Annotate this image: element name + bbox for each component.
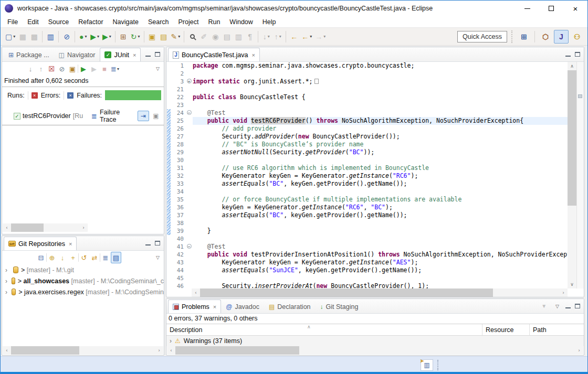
show-skipped-only-button[interactable]: ⊘ <box>57 63 67 74</box>
search-button[interactable] <box>186 30 198 43</box>
view-menu-icon[interactable]: ▽ <box>154 66 162 71</box>
problems-hscrollbar[interactable]: ‹ › <box>167 346 583 355</box>
code-line[interactable]: 46 Security.insertProviderAt(new BouncyC… <box>167 282 568 288</box>
close-tab-icon[interactable]: × <box>69 241 72 247</box>
scrollbar-thumb[interactable] <box>11 223 44 232</box>
code-line[interactable]: 43 KeyGenerator keyGen = KeyGenerator.ge… <box>167 259 568 266</box>
code-line[interactable]: 41− @Test <box>167 243 568 251</box>
next-annotation-button[interactable]: ↓▾ <box>260 30 272 43</box>
tab-javadoc[interactable]: @Javadoc <box>221 300 264 313</box>
save-all-button[interactable]: ▩ <box>28 30 40 43</box>
menu-edit[interactable]: Edit <box>23 17 44 27</box>
debug-button[interactable]: ●▾ <box>77 30 89 43</box>
code-line[interactable]: 23 <box>167 101 568 109</box>
skip-breakpoints-button[interactable]: ⊘ <box>61 30 72 43</box>
perspective-debug-button[interactable]: ⚇ <box>570 30 584 44</box>
git-hscrollbar[interactable]: ‹ › <box>3 346 163 355</box>
tab-bouncycastletest-java[interactable]: BouncyCastleTest.java × <box>168 48 260 61</box>
scroll-left-arrow[interactable]: ‹ <box>3 223 11 232</box>
editor-hscrollbar[interactable]: ‹ › <box>192 288 568 297</box>
close-window-button[interactable]: × <box>563 1 587 16</box>
scroll-left-arrow[interactable]: ‹ <box>192 288 200 297</box>
code-line[interactable]: 39 } <box>167 227 568 235</box>
scroll-left-arrow[interactable]: ‹ <box>167 346 175 355</box>
stop-test-button[interactable]: ■ <box>99 63 110 74</box>
code-line[interactable]: 37 assertEquals("BC", keyGen.getProvider… <box>167 211 568 219</box>
next-failed-test-button[interactable]: ↓ <box>25 63 36 74</box>
maximize-view-button[interactable] <box>575 304 580 308</box>
code-line[interactable]: 35 // or force BouncyCastle if multiple … <box>167 196 568 204</box>
create-repository-button[interactable]: + <box>68 252 78 263</box>
open-type-button[interactable]: ▣ <box>146 30 158 43</box>
git-repository-row[interactable]: ›> [master] - M:\.git <box>2 264 164 275</box>
tab-navigator[interactable]: ◫Navigator <box>54 48 100 61</box>
add-repository-button[interactable]: ⊕ <box>47 252 57 263</box>
menu-source[interactable]: Source <box>44 17 74 27</box>
reload-button[interactable]: ↺ <box>79 252 89 263</box>
open-resource-button[interactable]: ▤ <box>158 30 170 43</box>
perspective-java-button[interactable]: J <box>554 30 569 44</box>
tab-git-staging[interactable]: ↓Git Staging <box>316 300 363 313</box>
code-line[interactable]: 25 public void testRC6Provider() throws … <box>167 117 568 125</box>
column-resource[interactable]: Resource <box>482 324 529 335</box>
scroll-right-arrow[interactable]: › <box>155 346 163 355</box>
scroll-up-arrow[interactable]: ∧ <box>568 62 576 70</box>
hierarchy-layout-button[interactable]: ≣ <box>100 252 111 263</box>
fold-collapse-icon[interactable]: − <box>187 244 192 249</box>
show-outline-button[interactable]: ▥ <box>233 30 244 43</box>
code-line[interactable]: 26 // add provider <box>167 125 568 133</box>
back-button[interactable]: ←▾ <box>300 30 313 43</box>
forward-button[interactable]: →▾ <box>313 30 327 43</box>
save-button[interactable]: ▦ <box>17 30 28 43</box>
link-with-editor-button[interactable]: ▤ <box>111 252 121 263</box>
close-tab-icon[interactable]: × <box>133 52 136 58</box>
git-repository-row[interactable]: ›> all_showcases [master] - M:\CodingSem… <box>2 275 164 286</box>
minimize-view-button[interactable] <box>145 241 151 245</box>
new-java-project-button[interactable]: ⊞ <box>118 30 129 43</box>
code-line[interactable]: 31 // use RC6 algorithm which is impleme… <box>167 164 568 172</box>
scroll-left-arrow[interactable]: ‹ <box>3 346 11 355</box>
scroll-right-arrow[interactable]: › <box>575 346 583 355</box>
junit-list-hscrollbar[interactable]: ‹ › <box>3 223 88 232</box>
perspective-git-button[interactable]: ⬡ <box>538 30 553 44</box>
code-line[interactable]: 40 <box>167 235 568 243</box>
open-perspective-button[interactable]: ⊞ <box>517 30 531 44</box>
code-line[interactable]: 29 assertNotNull(Security.getProvider("B… <box>167 148 568 156</box>
test-run-history-button[interactable]: ≣▾ <box>110 63 120 74</box>
column-description[interactable]: Description ∧ <box>166 326 482 334</box>
scrollbar-thumb[interactable] <box>200 288 493 297</box>
scrollbar-thumb[interactable] <box>568 70 576 206</box>
tab-git-repositories[interactable]: Git Repositories × <box>4 237 77 250</box>
show-whitespace-button[interactable]: ¶ <box>244 30 256 43</box>
collapse-all-button[interactable]: ⊟ <box>36 252 46 263</box>
menu-run[interactable]: Run <box>203 17 225 27</box>
code-line[interactable]: 34 <box>167 188 568 196</box>
junit-test-item[interactable]: testRC6Provider [Ru <box>2 108 89 125</box>
scroll-lock-button[interactable]: ▣ <box>67 63 78 74</box>
expand-chevron-icon[interactable]: › <box>5 288 9 296</box>
console-button[interactable]: ▥ <box>45 30 56 43</box>
code-line[interactable]: 24− @Test <box>167 109 568 117</box>
tab-junit[interactable]: JUnit× <box>100 48 141 61</box>
tab-declaration[interactable]: ▤Declaration <box>264 300 316 313</box>
menu-file[interactable]: File <box>3 17 23 27</box>
quick-access-box[interactable]: Quick Access <box>457 31 507 42</box>
editor-vscrollbar[interactable]: ∧ ∨ <box>568 62 576 288</box>
checkout-button[interactable]: ↻▾ <box>129 30 142 43</box>
coverage-button[interactable]: ▶▾ <box>101 30 113 43</box>
fold-collapse-icon[interactable]: − <box>187 110 192 115</box>
git-repository-row[interactable]: ›> java.exercises.regex [master] - M:\Co… <box>2 286 164 297</box>
annotate-button[interactable]: ✎▾ <box>170 30 182 43</box>
show-source-button[interactable]: ▤ <box>221 30 233 43</box>
code-line[interactable]: 3+import static org.junit.Assert.*; <box>167 78 568 86</box>
scrollbar-thumb[interactable] <box>11 346 79 355</box>
new-wizard-button[interactable]: ▢▾ <box>4 30 17 43</box>
problems-row[interactable]: ›⚠Warnings (37 items) <box>166 336 584 346</box>
scroll-down-arrow[interactable]: ∨ <box>568 280 576 288</box>
minimize-editor-button[interactable] <box>565 52 571 57</box>
minimize-window-button[interactable] <box>515 1 539 16</box>
code-line[interactable]: 44 assertEquals("SunJCE", keyGen.getProv… <box>167 266 568 274</box>
menu-project[interactable]: Project <box>174 17 204 27</box>
maximize-view-button[interactable] <box>155 52 160 57</box>
expand-chevron-icon[interactable]: › <box>5 266 10 274</box>
